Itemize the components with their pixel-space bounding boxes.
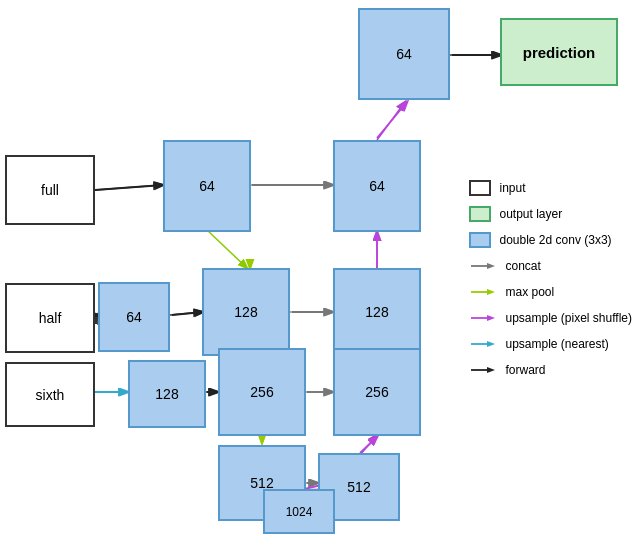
diagram: full half sixth 64 64 64 prediction 64 1… [0,0,640,541]
svg-marker-38 [487,263,495,269]
box-enc8-label: 256 [365,384,388,400]
box-enc1-label: 64 [199,178,215,194]
box-pred-in-label: 64 [396,46,412,62]
box-sixth: sixth [5,362,95,427]
box-half: half [5,283,95,353]
legend-input: input [469,180,632,196]
legend-maxpool-icon [469,284,497,300]
box-enc6: 128 [128,360,206,428]
legend-conv-label: double 2d conv (3x3) [499,233,611,247]
svg-line-25 [172,312,203,315]
svg-marker-40 [487,289,495,295]
svg-marker-44 [487,341,495,347]
legend-input-icon [469,180,491,196]
box-enc2-label: 64 [369,178,385,194]
box-half-label: half [39,310,62,326]
svg-marker-42 [487,315,495,321]
box-enc6-label: 128 [155,386,178,402]
legend-upsample-pixel: upsample (pixel shuffle) [469,310,632,326]
box-enc5: 128 [333,268,421,356]
legend-forward: forward [469,362,632,378]
legend-concat-label: concat [505,259,540,273]
legend-input-label: input [499,181,525,195]
box-enc11: 1024 [263,489,335,534]
box-enc3-label: 64 [126,309,142,325]
legend-maxpool: max pool [469,284,632,300]
legend: input output layer double 2d conv (3x3) … [469,180,632,378]
box-enc8: 256 [333,348,421,436]
legend-conv-icon [469,232,491,248]
legend-concat-icon [469,258,497,274]
svg-marker-46 [487,367,495,373]
box-enc2: 64 [333,140,421,232]
legend-upsample-nearest-label: upsample (nearest) [505,337,608,351]
box-sixth-label: sixth [36,387,65,403]
svg-line-4 [95,315,97,320]
box-pred-in: 64 [358,8,450,100]
legend-forward-label: forward [505,363,545,377]
box-enc4-label: 128 [234,304,257,320]
legend-output-label: output layer [499,207,562,221]
legend-upsample-pixel-label: upsample (pixel shuffle) [505,311,632,325]
box-enc7-label: 256 [250,384,273,400]
svg-line-2 [377,102,405,140]
box-prediction-label: prediction [523,44,596,61]
svg-line-18 [360,435,377,455]
legend-forward-icon [469,362,497,378]
box-full: full [5,155,95,225]
legend-maxpool-label: max pool [505,285,554,299]
box-prediction: prediction [500,18,618,86]
box-enc11-label: 1024 [286,505,313,519]
box-enc5-label: 128 [365,304,388,320]
legend-upsample-nearest: upsample (nearest) [469,336,632,352]
svg-line-36 [360,437,377,453]
svg-line-0 [95,185,162,190]
legend-upsample-nearest-icon [469,336,497,352]
svg-line-19 [95,185,163,190]
legend-upsample-pixel-icon [469,310,497,326]
svg-line-6 [207,230,247,268]
legend-conv: double 2d conv (3x3) [469,232,632,248]
legend-output-icon [469,206,491,222]
legend-concat: concat [469,258,632,274]
svg-line-21 [377,102,407,138]
box-enc10-label: 512 [347,479,370,495]
box-enc7: 256 [218,348,306,436]
box-enc3: 64 [98,282,170,352]
svg-line-7 [170,312,202,315]
box-enc4: 128 [202,268,290,356]
legend-output-layer: output layer [469,206,632,222]
box-enc1: 64 [163,140,251,232]
box-full-label: full [41,182,59,198]
